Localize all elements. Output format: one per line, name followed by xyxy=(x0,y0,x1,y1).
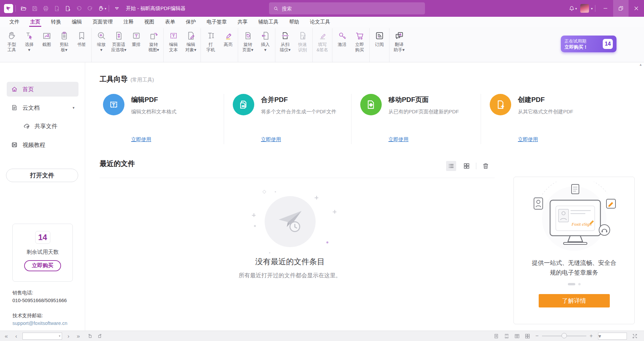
ribbon-tool-highlight[interactable]: 高亮 xyxy=(219,28,237,62)
hand-tool-dropdown-caret[interactable]: ▾ xyxy=(105,7,106,10)
undo-button[interactable] xyxy=(73,0,85,17)
cloud-docs-expand-caret[interactable]: ▾ xyxy=(72,106,74,110)
print-quick-button[interactable] xyxy=(40,0,51,17)
support-email-link[interactable]: support@foxitsoftware.cn xyxy=(12,320,67,327)
quick-recognize-icon: OCR xyxy=(298,30,308,42)
sidebar-item-video-tutorials[interactable]: 视频教程 xyxy=(7,137,78,152)
user-avatar[interactable] xyxy=(580,4,589,13)
facing-view-button[interactable] xyxy=(512,333,522,339)
use-now-link[interactable]: 立即使用 xyxy=(388,136,409,143)
sidebar-item-home[interactable]: 首页 xyxy=(7,82,78,97)
menu-protect[interactable]: 保护 xyxy=(180,17,201,27)
tool-card-create-pdf[interactable]: 创建PDF 从其它格式文件创建PDF 立即使用 xyxy=(481,94,629,144)
create-pdf-quick-button[interactable] xyxy=(62,0,73,17)
sidebar-item-shared-files[interactable]: 共享文件 xyxy=(7,119,78,133)
ribbon-tool-fill-sign[interactable]: 填写&签名 xyxy=(314,28,331,62)
search-input[interactable] xyxy=(282,6,421,11)
rotate-right-button[interactable] xyxy=(95,333,105,339)
ribbon-tool-hand-tool[interactable]: 手型工具 xyxy=(3,28,20,62)
carousel-dot[interactable] xyxy=(578,283,581,285)
buy-now-pill-button[interactable]: 立即购买 xyxy=(24,260,61,271)
use-now-link[interactable]: 立即使用 xyxy=(518,136,538,143)
delete-pages-quick-button[interactable] xyxy=(51,0,62,17)
notifications-dropdown-caret[interactable]: ▾ xyxy=(575,7,577,10)
search-box[interactable] xyxy=(269,2,425,14)
menu-share[interactable]: 共享 xyxy=(232,17,253,27)
tool-card-move-pdf-pages[interactable]: 移动PDF页面 从已有的PDF页面创建新的PDF 立即使用 xyxy=(351,94,481,144)
open-file-quick-button[interactable] xyxy=(18,0,29,17)
menu-form[interactable]: 表单 xyxy=(160,17,180,27)
ribbon-tool-label: 填写&签名 xyxy=(317,42,328,53)
ribbon-tool-edit-object[interactable]: 编辑对象▾ xyxy=(182,28,200,62)
grid-view-icon xyxy=(463,162,471,170)
ribbon-tool-rotate-view[interactable]: 旋转视图▾ xyxy=(145,28,162,62)
ribbon-tool-quick-recognize[interactable]: OCR快速识别 xyxy=(294,28,311,62)
carousel-dot-active[interactable] xyxy=(568,283,575,285)
ribbon-tool-rotate-pages[interactable]: 旋转页面▾ xyxy=(239,28,257,62)
menu-esign[interactable]: 电子签章 xyxy=(201,17,232,27)
fullscreen-button[interactable] xyxy=(630,333,640,339)
menu-comment[interactable]: 注释 xyxy=(118,17,139,27)
first-page-button[interactable]: « xyxy=(3,333,10,339)
minimize-button[interactable] xyxy=(598,0,613,17)
list-view-button[interactable] xyxy=(446,161,456,171)
open-file-button[interactable]: 打开文件 xyxy=(6,169,78,182)
scroll-up-arrow[interactable]: ▲ xyxy=(639,63,642,66)
ribbon-tool-bookmark[interactable]: 书签 xyxy=(73,28,90,62)
zoom-in-button[interactable]: + xyxy=(587,333,595,339)
rotate-left-button[interactable] xyxy=(85,333,95,339)
menu-accessibility[interactable]: 辅助工具 xyxy=(253,17,284,27)
facing-continuous-view-button[interactable] xyxy=(522,333,533,339)
page-combo-caret[interactable]: ▾ xyxy=(59,334,61,338)
ribbon-tool-typewriter[interactable]: 打字机 xyxy=(202,28,219,62)
menu-thesis-tools[interactable]: 论文工具 xyxy=(305,17,335,27)
ribbon-tool-subscribe[interactable]: 订阅 xyxy=(371,28,388,62)
tool-card-edit-pdf[interactable]: 编辑PDF 编辑文档和文本格式 立即使用 xyxy=(100,94,224,144)
ribbon-tool-reflow[interactable]: 重排 xyxy=(127,28,145,62)
grid-view-button[interactable] xyxy=(462,161,472,171)
ribbon-tool-snapshot[interactable]: 截图 xyxy=(38,28,55,62)
close-button[interactable] xyxy=(629,0,644,17)
zoom-slider[interactable] xyxy=(542,336,586,336)
learn-more-button[interactable]: 了解详情 xyxy=(539,294,610,307)
ribbon-tool-select[interactable]: 选择▾ xyxy=(20,28,38,62)
restore-window-button[interactable] xyxy=(613,0,629,17)
menu-edit[interactable]: 编辑 xyxy=(66,17,87,27)
collapse-ribbon-button[interactable] xyxy=(111,0,122,17)
ribbon-tool-clipboard[interactable]: 剪贴板▾ xyxy=(55,28,73,62)
previous-page-button[interactable]: ‹ xyxy=(13,333,19,339)
ribbon-tool-translate-assistant[interactable]: 翻译助手▾ xyxy=(390,28,408,62)
menu-page-organize[interactable]: 页面管理 xyxy=(87,17,118,27)
menu-home[interactable]: 主页 xyxy=(25,17,46,27)
use-now-link[interactable]: 立即使用 xyxy=(131,136,151,143)
ribbon-tool-zoom[interactable]: 缩放▾ xyxy=(93,28,110,62)
zoom-level-combobox[interactable]: ▾ xyxy=(598,333,627,340)
zoom-combo-caret[interactable]: ▾ xyxy=(598,333,601,339)
ribbon-tool-page-fit-options[interactable]: 页面适应选项▾ xyxy=(110,28,127,62)
next-page-button[interactable]: › xyxy=(65,333,71,339)
menu-view[interactable]: 视图 xyxy=(139,17,160,27)
save-quick-button[interactable] xyxy=(29,0,40,17)
last-page-button[interactable]: » xyxy=(75,333,82,339)
continuous-view-button[interactable] xyxy=(501,333,512,339)
tool-card-merge-pdf[interactable]: 合并PDF 将多个文件合并生成一个PDF文件 立即使用 xyxy=(224,94,351,144)
redo-button[interactable] xyxy=(85,0,96,17)
use-now-link[interactable]: 立即使用 xyxy=(261,136,281,143)
sidebar-item-cloud-docs[interactable]: 云文档 ▾ xyxy=(7,100,78,115)
ribbon-tool-edit-text[interactable]: 编辑文本 xyxy=(165,28,182,62)
menu-help[interactable]: 帮助 xyxy=(284,17,305,27)
menu-convert[interactable]: 转换 xyxy=(46,17,66,27)
trial-buy-badge[interactable]: 正在试用期 立即购买！ 14 xyxy=(561,36,616,52)
zoom-slider-thumb[interactable] xyxy=(561,333,567,338)
ribbon-tool-from-scanner[interactable]: 从扫描仪▾ xyxy=(276,28,294,62)
single-page-view-button[interactable] xyxy=(491,333,501,339)
page-number-combobox[interactable]: ▾ xyxy=(22,333,62,340)
menu-file[interactable]: 文件 xyxy=(4,17,25,27)
ribbon-tool-buy-now[interactable]: 立即购买 xyxy=(351,28,368,62)
ribbon-tool-activate[interactable]: 激活 xyxy=(333,28,351,62)
account-dropdown-caret[interactable]: ▾ xyxy=(591,7,593,10)
reflow-icon xyxy=(131,30,142,42)
zoom-out-button[interactable]: − xyxy=(533,333,541,339)
ribbon-tool-insert[interactable]: 插入▾ xyxy=(257,28,274,62)
clear-recent-button[interactable] xyxy=(481,161,491,171)
